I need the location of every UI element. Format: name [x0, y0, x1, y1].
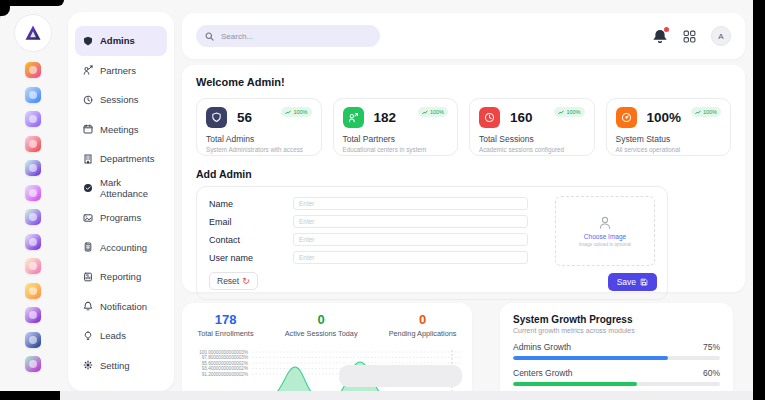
app-icon-13[interactable]: [25, 356, 41, 372]
sidebar-item-programs[interactable]: Programs: [75, 203, 167, 233]
growth-label: Admins Growth: [513, 342, 571, 352]
sidebar-item-mark-attendance[interactable]: Mark Attendance: [75, 174, 167, 204]
screen-corner-bottom-left: [0, 391, 60, 400]
building-icon: [83, 154, 93, 164]
sidebar-item-label: Accounting: [100, 242, 147, 253]
sidebar-item-setting[interactable]: Setting: [75, 351, 167, 381]
app-icon-4[interactable]: [25, 136, 41, 152]
chart-tooltip-box: [339, 365, 462, 387]
bell-icon: [83, 301, 93, 311]
top-bar: A: [182, 13, 745, 59]
y-tick: 91.20000000000002%: [202, 372, 248, 377]
trend-up-icon: [695, 110, 701, 115]
app-icon-10[interactable]: [25, 283, 41, 299]
image-upload-dropzone[interactable]: Choose Image Image upload is optional: [555, 196, 655, 266]
add-admin-form: Name Email Contact User name Cho: [196, 186, 668, 300]
username-field[interactable]: [293, 251, 528, 264]
app-logo[interactable]: [14, 14, 52, 52]
growth-percent: 60%: [703, 368, 720, 378]
name-label: Name: [209, 199, 293, 209]
search-bar[interactable]: [196, 25, 380, 47]
reset-button[interactable]: Reset ↻: [209, 272, 258, 290]
partners-icon: [83, 65, 93, 75]
username-label: User name: [209, 253, 293, 263]
sidebar-item-partners[interactable]: Partners: [75, 56, 167, 86]
avatar[interactable]: A: [711, 26, 731, 46]
sidebar-item-label: Meetings: [100, 124, 139, 135]
upload-note: Image upload is optional: [579, 242, 631, 247]
overview-metrics: 178 Total Enrollments 0 Active Sessions …: [182, 312, 472, 338]
search-input[interactable]: [219, 31, 343, 42]
email-field[interactable]: [293, 215, 528, 228]
clock-icon: [484, 112, 495, 123]
choose-image-link[interactable]: Choose Image: [584, 233, 626, 240]
sidebar-item-admins[interactable]: Admins: [75, 26, 167, 56]
y-tick: 100.00000000000003%: [199, 350, 248, 355]
growth-subtitle: Current growth metrics across modules: [513, 327, 720, 334]
enrollment-area-chart[interactable]: 100.00000000000003% 97.80000000000003% 9…: [188, 347, 466, 397]
lightbulb-icon: [83, 331, 93, 341]
gauge-icon: [621, 112, 632, 123]
sidebar-item-notification[interactable]: Notification: [75, 292, 167, 322]
y-tick: 97.80000000000003%: [202, 355, 248, 360]
sidebar-item-label: Mark Attendance: [100, 177, 167, 199]
name-field[interactable]: [293, 197, 528, 210]
admin-overview-card: Welcome Admin! 56 100% Total Admins: [182, 65, 745, 292]
sidebar-item-sessions[interactable]: Sessions: [75, 85, 167, 115]
save-floppy-icon: [640, 278, 648, 286]
page-title: Welcome Admin!: [196, 76, 731, 88]
attendance-check-icon: [83, 183, 93, 193]
sidebar-item-label: Departments: [100, 153, 154, 164]
growth-title: System Growth Progress: [513, 314, 720, 325]
stat-card-total-admins[interactable]: 56 100% Total Admins System Administrato…: [196, 98, 322, 156]
metric-active-sessions: 0 Active Sessions Today: [285, 312, 358, 338]
app-icon-5[interactable]: [25, 160, 41, 176]
sidebar-item-departments[interactable]: Departments: [75, 144, 167, 174]
metric-total-enrollments: 178 Total Enrollments: [198, 312, 254, 338]
person-icon: [597, 215, 613, 230]
app-icon-8[interactable]: [25, 234, 41, 250]
app-icon-3[interactable]: [25, 111, 41, 127]
stat-value: 56: [237, 110, 252, 125]
sidebar-item-meetings[interactable]: Meetings: [75, 115, 167, 145]
sidebar-item-reporting[interactable]: Reporting: [75, 262, 167, 292]
contact-field[interactable]: [293, 233, 528, 246]
app-icon-12[interactable]: [25, 332, 41, 348]
stat-value: 182: [374, 110, 397, 125]
notifications-button[interactable]: [653, 29, 668, 44]
stat-card-total-sessions[interactable]: 160 100% Total Sessions Academic session…: [469, 98, 595, 156]
trend-up-icon: [285, 110, 291, 115]
sidebar-item-leads[interactable]: Leads: [75, 321, 167, 351]
stat-card-total-partners[interactable]: 182 100% Total Partners Educational cent…: [333, 98, 459, 156]
clock-icon: [83, 95, 93, 105]
shield-icon: [83, 36, 93, 46]
trend-badge: 100%: [281, 107, 311, 117]
trend-up-icon: [558, 110, 564, 115]
sidebar-item-label: Sessions: [100, 94, 139, 105]
metric-value: 0: [285, 312, 358, 327]
notification-dot: [664, 27, 669, 32]
metric-label: Pending Applications: [389, 329, 457, 338]
stat-label: Total Partners: [343, 134, 449, 144]
stat-sublabel: System Administrators with access: [206, 146, 312, 153]
app-icon-7[interactable]: [25, 209, 41, 225]
app-icon-11[interactable]: [25, 307, 41, 323]
sidebar: Admins Partners Sessions Meetings Depart…: [68, 12, 174, 391]
apps-grid-button[interactable]: [683, 30, 696, 43]
sidebar-item-label: Partners: [100, 65, 136, 76]
dashboard-screen: Admins Partners Sessions Meetings Depart…: [0, 0, 765, 400]
image-icon: [83, 213, 93, 223]
app-icon-1[interactable]: [25, 62, 41, 78]
app-icon-2[interactable]: [25, 87, 41, 103]
growth-row-centers: Centers Growth 60%: [513, 368, 720, 378]
sidebar-item-label: Admins: [100, 35, 135, 46]
metric-label: Active Sessions Today: [285, 329, 358, 338]
app-icon-6[interactable]: [25, 185, 41, 201]
sidebar-item-accounting[interactable]: Accounting: [75, 233, 167, 263]
save-button[interactable]: Save: [608, 273, 657, 291]
stat-card-system-status[interactable]: 100% 100% System Status All services ope…: [606, 98, 732, 156]
y-tick: 93.40000000000002%: [202, 366, 248, 371]
header-actions: A: [653, 26, 731, 46]
trend-up-icon: [422, 110, 428, 115]
app-icon-9[interactable]: [25, 258, 41, 274]
